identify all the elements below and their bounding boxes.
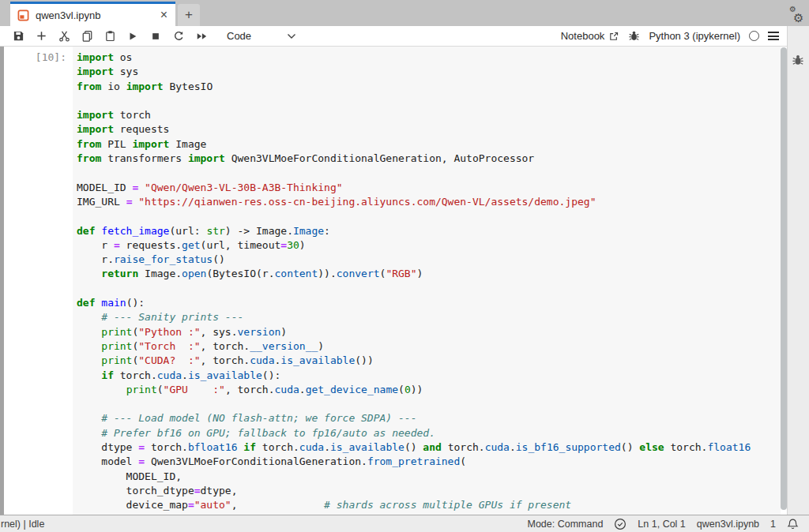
code-line: torch_dtype=dtype, [77,484,781,498]
code-line: # Prefer bf16 on GPU; fallback to fp16/a… [77,426,781,440]
status-file-name: qwen3vl.ipynb [697,519,759,530]
code-line: print("Python :", sys.version) [77,325,781,339]
notebook-link-label: Notebook [561,30,605,42]
code-line: return Image.open(BytesIO(r.content)).co… [77,267,781,281]
restart-kernel-button[interactable] [170,28,187,45]
chevron-down-icon [287,33,296,39]
notification-count[interactable]: 1 [770,519,776,530]
cell-type-dropdown[interactable]: Code [227,30,296,42]
code-line: MODEL_ID, [77,470,781,484]
stop-icon [150,31,161,42]
code-line: MODEL_ID = "Qwen/Qwen3-VL-30B-A3B-Thinki… [77,181,781,195]
add-cell-icon [36,30,47,42]
cut-icon [58,30,70,42]
new-tab-icon: + [185,7,193,23]
bug-icon[interactable] [628,30,640,42]
code-line [77,94,781,108]
code-line: print("CUDA? :", torch.cuda.is_available… [77,354,781,368]
code-line [77,166,781,180]
code-line: print("GPU :", torch.cuda.get_device_nam… [77,383,781,397]
code-line: from PIL import Image [77,137,781,152]
code-line: dtype = torch.bfloat16 if torch.cuda.is_… [77,440,781,455]
paste-button[interactable] [101,28,119,45]
kernel-status-text: rnel) | Idle [1,519,44,530]
tab-title: qwen3vl.ipynb [36,9,159,21]
jupyterlab-window: qwen3vl.ipynb × + ⚙ ⚙ [0,0,809,532]
cell-type-value: Code [227,30,251,42]
external-link-icon [608,31,619,42]
cell-collapser[interactable] [0,47,4,515]
tab-bar: qwen3vl.ipynb × + ⚙ ⚙ [0,0,809,26]
code-line: def fetch_image(url: str) -> Image.Image… [77,224,781,238]
code-line: from transformers import Qwen3VLMoeForCo… [77,152,781,166]
status-bar: rnel) | Idle Mode: Command Ln 1, Col 1 q… [0,515,809,532]
command-mode-indicator: Mode: Command [527,519,603,530]
paste-icon [104,30,116,42]
cursor-position[interactable]: Ln 1, Col 1 [638,519,685,530]
kernel-status-icon [749,31,759,41]
code-line: def main(): [77,296,781,310]
code-line: import torch [77,108,781,122]
toolbar-right: Notebook Python 3 (ipykernel) [561,30,779,42]
debugger-bug-icon[interactable] [792,54,804,66]
run-all-button[interactable] [193,28,210,45]
execution-count: [10]: [4,51,66,65]
vertical-scrollbar[interactable] [781,47,787,510]
code-line: IMG_URL = "https://qianwen-res.oss-cn-be… [77,195,781,209]
copy-button[interactable] [78,28,96,45]
code-line: model = Qwen3VLMoeForConditionalGenerati… [77,455,781,469]
code-line: import sys [77,65,781,79]
code-line: # --- Load model (NO flash-attn; we forc… [77,411,781,425]
code-line: print("Torch :", torch.__version__) [77,339,781,354]
code-line: r = requests.get(url, timeout=30) [77,238,781,253]
save-icon [13,30,24,42]
code-line: from io import BytesIO [77,80,781,94]
code-line: r.raise_for_status() [77,253,781,267]
code-line [77,397,781,411]
notebook-panel: [10]: import osimport sysfrom io import … [0,47,787,515]
notebook-tab[interactable]: qwen3vl.ipynb × [10,2,175,26]
run-icon [127,31,138,42]
cut-button[interactable] [55,28,73,45]
restart-icon [173,30,185,42]
copy-icon [81,30,93,42]
run-all-icon [195,31,208,42]
bell-icon[interactable] [787,518,799,530]
code-line [77,282,781,296]
notebook-link[interactable]: Notebook [561,30,620,42]
notebook-file-icon [17,9,29,21]
code-line [77,209,781,223]
save-button[interactable] [9,28,27,45]
notebook-toolbar: Code Notebook Python 3 (ipykernel) [0,26,787,47]
code-line: device_map="auto", # shards across multi… [77,498,781,512]
new-tab-button[interactable]: + [178,4,200,26]
right-sidebar [787,26,809,515]
kernel-name[interactable]: Python 3 (ipykernel) [649,30,740,42]
code-line: if torch.cuda.is_available(): [77,369,781,383]
code-line: # --- Sanity prints --- [77,310,781,324]
close-icon[interactable]: × [159,9,169,21]
menu-icon[interactable] [768,32,779,40]
trusted-icon[interactable] [614,518,627,530]
status-bar-right: Mode: Command Ln 1, Col 1 qwen3vl.ipynb … [527,518,809,530]
gears-icon[interactable]: ⚙ ⚙ [789,7,807,26]
code-line: import requests [77,122,781,137]
code-line: import os [77,51,781,65]
stop-button[interactable] [147,28,164,45]
run-button[interactable] [124,28,141,45]
code-editor[interactable]: import osimport sysfrom io import BytesI… [73,47,781,515]
add-cell-button[interactable] [32,28,50,45]
